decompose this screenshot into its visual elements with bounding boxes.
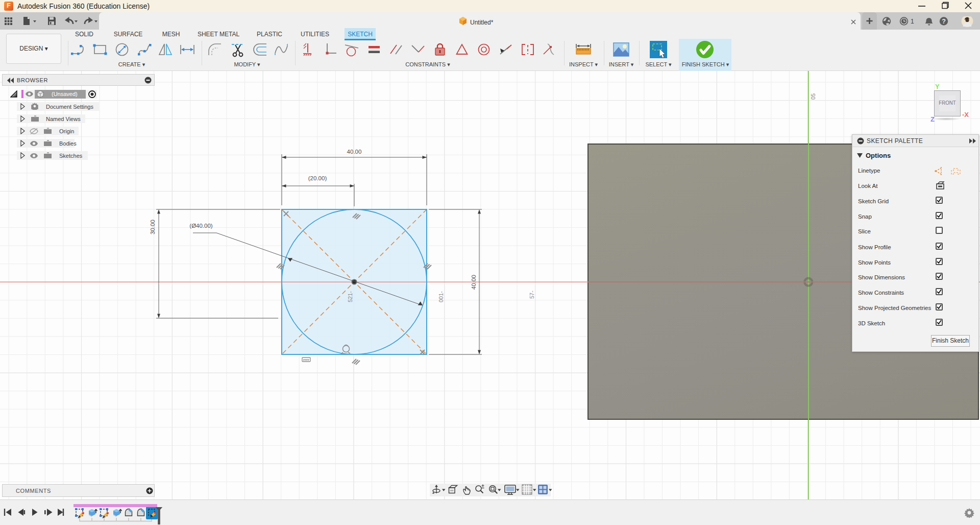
svg-text:1: 1 xyxy=(911,18,914,25)
svg-text:30.00: 30.00 xyxy=(150,220,156,234)
svg-text:(Ø40.00): (Ø40.00) xyxy=(189,223,213,229)
svg-text:?: ? xyxy=(942,18,946,25)
svg-text:57-: 57- xyxy=(529,291,535,299)
svg-text:001-: 001- xyxy=(438,291,444,302)
svg-text:05: 05 xyxy=(810,93,816,100)
svg-text:40.00: 40.00 xyxy=(471,275,477,290)
svg-text:40.00: 40.00 xyxy=(347,149,362,155)
svg-text:521-: 521- xyxy=(347,291,353,302)
svg-text:(20.00): (20.00) xyxy=(308,175,327,181)
